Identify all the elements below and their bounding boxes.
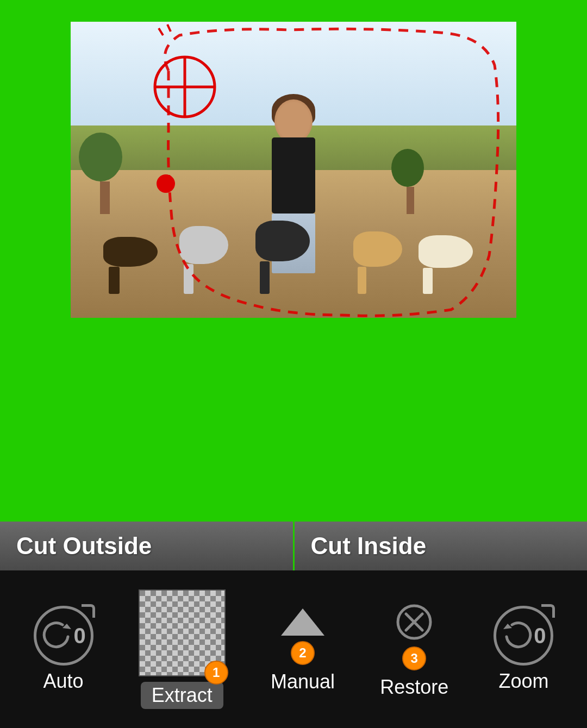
rotate-left-value: 0 <box>73 624 85 648</box>
restore-icon <box>392 600 436 644</box>
rotate-right-icon <box>501 619 534 652</box>
restore-svg-icon <box>395 603 433 641</box>
rotate-right-value: 0 <box>534 624 546 648</box>
toolbar-row: 0 Auto 1 Extract 2 Manual <box>0 570 587 728</box>
photo-container <box>71 22 516 318</box>
rotate-right-circle: 0 <box>494 606 553 666</box>
rotate-left-circle: 0 <box>34 606 93 666</box>
cut-inside-label: Cut Inside <box>311 532 427 560</box>
cut-buttons-row: Cut Outside Cut Inside <box>0 522 587 570</box>
dog-4 <box>353 231 402 294</box>
bottom-panel: Cut Outside Cut Inside 0 Auto 1 Extract <box>0 522 587 728</box>
cut-outside-label: Cut Outside <box>16 532 152 560</box>
cut-inside-button[interactable]: Cut Inside <box>295 522 588 570</box>
cut-outside-button[interactable]: Cut Outside <box>0 522 295 570</box>
tree-2 <box>397 149 424 214</box>
main-canvas <box>0 0 587 522</box>
dog-1 <box>103 237 158 294</box>
auto-label: Auto <box>43 670 84 693</box>
restore-tab[interactable]: 3 Restore <box>380 600 448 699</box>
dog-5 <box>419 235 473 294</box>
extract-label: Extract <box>141 682 223 709</box>
manual-badge-container: 2 <box>291 641 315 665</box>
restore-badge: 3 <box>402 647 426 670</box>
photo-background <box>71 22 516 318</box>
auto-rotate-left-button[interactable]: 0 Auto <box>34 606 93 693</box>
manual-badge: 2 <box>291 641 315 665</box>
manual-icon <box>281 606 324 638</box>
dog-3 <box>255 221 310 294</box>
extract-badge: 1 <box>204 661 228 685</box>
restore-label: Restore <box>380 676 448 699</box>
zoom-label: Zoom <box>498 670 548 693</box>
extract-tab[interactable]: 1 Extract <box>139 589 226 709</box>
rotate-left-icon <box>41 619 73 652</box>
dog-2 <box>179 226 228 294</box>
chevron-up-icon <box>281 608 324 636</box>
manual-tab[interactable]: 2 Manual <box>271 606 335 693</box>
tree-1 <box>87 133 122 214</box>
manual-label: Manual <box>271 670 335 693</box>
zoom-rotate-right-button[interactable]: 0 Zoom <box>494 606 553 693</box>
